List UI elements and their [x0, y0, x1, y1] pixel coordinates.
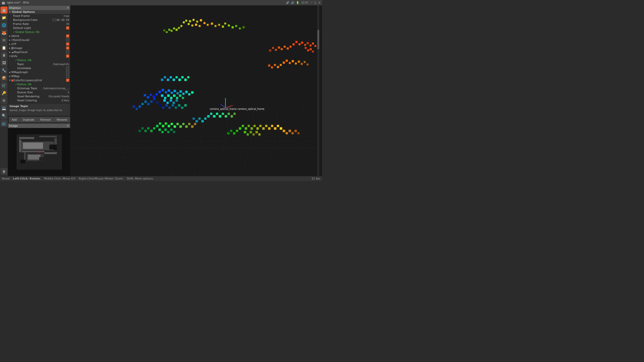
svg-rect-208: [258, 133, 261, 136]
default-light-checkbox[interactable]: ✓: [66, 26, 69, 29]
taskbar-icon-files[interactable]: 📁: [1, 14, 8, 21]
mapcloud-expand[interactable]: ▶: [9, 51, 11, 53]
svg-rect-162: [168, 125, 170, 127]
displays-panel-close[interactable]: ✕: [67, 6, 69, 10]
svg-rect-47: [224, 23, 226, 25]
color-occupancy-grid-item[interactable]: ▼ ■ ColorOccupancyGrid ✓: [8, 78, 70, 82]
reset-button[interactable]: Reset: [2, 177, 10, 180]
close-button[interactable]: ✕: [318, 1, 320, 4]
tf-checkbox[interactable]: ✓: [66, 42, 69, 46]
svg-rect-63: [166, 31, 168, 33]
global-options-header[interactable]: ▼ Global Options: [8, 10, 70, 14]
fixed-frame-label: Fixed Frame: [13, 14, 64, 18]
svg-rect-137: [178, 104, 180, 107]
svg-rect-142: [147, 103, 149, 105]
bg-color-swatch[interactable]: [52, 19, 56, 21]
tf-expand[interactable]: ▶: [9, 43, 11, 45]
taskbar-icon-gear[interactable]: ⚙: [1, 97, 8, 104]
taskbar-icon-rviz[interactable]: 🤖: [1, 7, 8, 14]
svg-rect-73: [314, 45, 316, 47]
map1-item[interactable]: ▶ 🗺 Map: [8, 74, 70, 78]
grid-checkbox[interactable]: ✓: [66, 34, 69, 37]
mapgraph-expand[interactable]: ▶: [9, 71, 11, 73]
displays-tree[interactable]: ▼ Global Options Fixed Frame map Backgro…: [8, 10, 70, 103]
svg-rect-74: [290, 46, 292, 48]
global-options-expand[interactable]: ▼: [9, 11, 11, 13]
taskbar-icon-settings[interactable]: 🔧: [1, 67, 8, 74]
taskbar-icon-amazon[interactable]: 🛒: [1, 82, 8, 89]
remove-button[interactable]: Remove: [37, 117, 53, 122]
taskbar-icon-email[interactable]: ✉: [1, 37, 8, 44]
rename-button[interactable]: Rename: [54, 117, 70, 122]
map1-checkbox[interactable]: [66, 75, 69, 78]
tf-item[interactable]: ▶ ⊕ TF ✓: [8, 42, 70, 46]
svg-rect-204: [247, 133, 249, 136]
svg-rect-219: [219, 115, 221, 118]
taskbar-icon-terminal[interactable]: 💻: [1, 105, 8, 112]
svg-rect-77: [281, 48, 283, 50]
add-button[interactable]: Add: [9, 117, 20, 122]
pointcloud2-item[interactable]: ▶ ⠿ PointCloud2: [8, 38, 70, 42]
svg-rect-224: [233, 113, 236, 115]
svg-rect-214: [297, 132, 300, 134]
viewport[interactable]: camera_optical_frame camera_optical_fram…: [70, 6, 322, 176]
svg-rect-168: [185, 125, 188, 128]
info-unreliable-label: Unreliable: [17, 67, 66, 70]
svg-rect-127: [170, 99, 172, 102]
maximize-button[interactable]: □: [314, 1, 316, 4]
cog-voxel-rendering-value: Occupied Voxels: [49, 95, 69, 98]
svg-rect-158: [156, 125, 158, 127]
grid-expand[interactable]: ▶: [9, 35, 11, 37]
svg-rect-58: [178, 27, 180, 29]
svg-rect-102: [165, 91, 167, 94]
grid-item[interactable]: ▶ ⊞ Grid ✓: [8, 34, 70, 38]
svg-rect-99: [268, 64, 270, 67]
svg-rect-40: [200, 19, 202, 21]
svg-rect-197: [277, 125, 279, 127]
svg-rect-46: [222, 25, 224, 28]
svg-rect-60: [173, 27, 175, 29]
minimize-button[interactable]: ─: [310, 1, 312, 4]
svg-rect-64: [163, 29, 165, 31]
pointcloud2-checkbox[interactable]: [66, 38, 69, 41]
info-checkbox[interactable]: ✓: [66, 55, 69, 58]
svg-rect-139: [184, 104, 187, 107]
svg-rect-59: [176, 29, 178, 31]
info-expand[interactable]: ▼: [9, 55, 11, 57]
svg-rect-126: [167, 102, 169, 104]
mapgraph-checkbox[interactable]: [66, 71, 69, 74]
taskbar-icon-image[interactable]: 🖼: [1, 59, 8, 66]
mapcloud-item[interactable]: ▶ ☁ MapCloud: [8, 50, 70, 54]
info-unreliable-checkbox[interactable]: [66, 67, 69, 70]
svg-rect-216: [210, 113, 212, 115]
svg-rect-75: [287, 48, 289, 50]
svg-rect-44: [215, 25, 217, 27]
global-status-item: ✓ Global Status: Ok: [8, 30, 70, 34]
svg-rect-149: [173, 79, 175, 81]
taskbar-icon-package[interactable]: 📦: [1, 74, 8, 81]
global-status-label: Global Status: Ok: [15, 30, 69, 34]
taskbar-icon-monitor[interactable]: 📺: [1, 120, 8, 127]
svg-rect-8: [44, 152, 57, 154]
taskbar-icon-notes[interactable]: 📋: [1, 44, 8, 51]
pointcloud2-expand[interactable]: ▶: [9, 39, 11, 41]
duplicate-button[interactable]: Duplicate: [20, 117, 37, 122]
svg-rect-163: [171, 123, 173, 125]
taskbar-icon-browser[interactable]: 🌐: [1, 22, 8, 29]
info-item[interactable]: ▼ ℹ Info ✓: [8, 54, 70, 58]
taskbar-icon-trash[interactable]: 🗑: [1, 168, 8, 175]
taskbar-icon-calc[interactable]: 🖩: [1, 52, 8, 59]
image-panel-close[interactable]: ✕: [67, 124, 69, 127]
taskbar-icon-key[interactable]: 🔑: [1, 89, 8, 97]
image-item[interactable]: ▶ 🖼 Image ✓: [8, 46, 70, 50]
image-checkbox[interactable]: ✓: [66, 47, 69, 50]
mapgraph-item[interactable]: ▶ 🗺 MapGraph: [8, 70, 70, 74]
taskbar-icon-search[interactable]: 🔍: [1, 112, 8, 119]
map1-expand[interactable]: ▶: [9, 75, 11, 77]
mapcloud-checkbox[interactable]: [66, 51, 69, 54]
svg-rect-222: [228, 113, 230, 115]
image-expand[interactable]: ▶: [9, 47, 11, 49]
color-occupancy-grid-expand[interactable]: ▼: [9, 79, 11, 81]
taskbar-icon-firefox[interactable]: 🦊: [1, 29, 8, 36]
color-occupancy-grid-checkbox[interactable]: ✓: [66, 79, 69, 82]
